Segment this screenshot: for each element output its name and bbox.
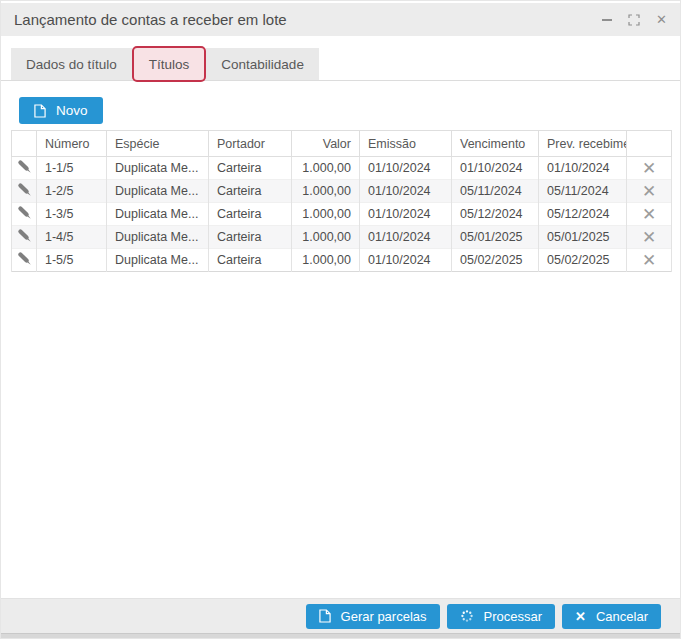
cell-numero: 1-4/5: [37, 226, 107, 249]
cell-especie: Duplicata Me...: [107, 203, 209, 226]
table-row: 1-1/5 Duplicata Me... Carteira 1.000,00 …: [12, 157, 672, 180]
cell-vencimento: 05/12/2024: [452, 203, 539, 226]
cell-valor: 1.000,00: [292, 203, 360, 226]
edit-pencil-icon[interactable]: [17, 228, 32, 246]
minimize-icon[interactable]: [602, 19, 612, 21]
cell-prev-recebimento: 05/11/2024: [539, 180, 627, 203]
table-row: 1-2/5 Duplicata Me... Carteira 1.000,00 …: [12, 180, 672, 203]
cancel-x-icon: ✕: [575, 610, 586, 623]
table-header-row: Número Espécie Portador Valor Emissão Ve…: [12, 131, 672, 157]
edit-pencil-icon[interactable]: [17, 159, 32, 177]
column-numero: Número: [37, 131, 107, 157]
column-prev-recebimento: Prev. recebimen: [539, 131, 627, 157]
cell-especie: Duplicata Me...: [107, 226, 209, 249]
cell-valor: 1.000,00: [292, 226, 360, 249]
tab-content-titulos: Novo Número Espécie Portador Valor Emiss…: [1, 81, 680, 598]
edit-pencil-icon[interactable]: [17, 182, 32, 200]
tab-titulos[interactable]: Títulos: [132, 46, 207, 82]
new-document-icon: [34, 104, 46, 118]
table-row: 1-3/5 Duplicata Me... Carteira 1.000,00 …: [12, 203, 672, 226]
dialog-title: Lançamento de contas a receber em lote: [14, 11, 602, 28]
edit-pencil-icon[interactable]: [17, 251, 32, 269]
cell-valor: 1.000,00: [292, 180, 360, 203]
cell-vencimento: 05/02/2025: [452, 249, 539, 272]
tab-dados-do-titulo[interactable]: Dados do título: [11, 48, 132, 80]
column-edit: [12, 131, 37, 157]
cell-emissao: 01/10/2024: [360, 180, 452, 203]
cell-prev-recebimento: 05/12/2024: [539, 203, 627, 226]
cell-valor: 1.000,00: [292, 157, 360, 180]
edit-pencil-icon[interactable]: [17, 205, 32, 223]
cell-numero: 1-2/5: [37, 180, 107, 203]
cell-emissao: 01/10/2024: [360, 157, 452, 180]
cell-vencimento: 05/01/2025: [452, 226, 539, 249]
cell-emissao: 01/10/2024: [360, 203, 452, 226]
cell-portador: Carteira: [209, 249, 292, 272]
delete-row-icon[interactable]: ✕: [642, 252, 656, 269]
cell-portador: Carteira: [209, 226, 292, 249]
cell-vencimento: 05/11/2024: [452, 180, 539, 203]
cell-portador: Carteira: [209, 203, 292, 226]
column-valor: Valor: [292, 131, 360, 157]
cell-numero: 1-5/5: [37, 249, 107, 272]
column-delete: [627, 131, 672, 157]
delete-row-icon[interactable]: ✕: [642, 206, 656, 223]
cell-especie: Duplicata Me...: [107, 249, 209, 272]
cancelar-label: Cancelar: [596, 610, 648, 623]
delete-row-icon[interactable]: ✕: [642, 160, 656, 177]
maximize-icon[interactable]: [628, 14, 640, 26]
table-row: 1-5/5 Duplicata Me... Carteira 1.000,00 …: [12, 249, 672, 272]
column-vencimento: Vencimento: [452, 131, 539, 157]
column-portador: Portador: [209, 131, 292, 157]
dialog-window: Lançamento de contas a receber em lote ✕…: [0, 0, 681, 639]
window-controls: ✕: [602, 13, 667, 26]
column-especie: Espécie: [107, 131, 209, 157]
novo-button[interactable]: Novo: [19, 97, 103, 124]
tab-contabilidade[interactable]: Contabilidade: [206, 48, 319, 80]
cell-especie: Duplicata Me...: [107, 157, 209, 180]
cell-especie: Duplicata Me...: [107, 180, 209, 203]
gerar-parcelas-button[interactable]: Gerar parcelas: [306, 604, 440, 629]
close-icon[interactable]: ✕: [656, 13, 667, 26]
generate-document-icon: [319, 609, 331, 623]
tab-bar: Dados do título Títulos Contabilidade: [1, 48, 680, 81]
window-bottom-edge: [1, 633, 680, 638]
novo-button-label: Novo: [56, 104, 88, 118]
titles-table: Número Espécie Portador Valor Emissão Ve…: [11, 130, 672, 272]
table-row: 1-4/5 Duplicata Me... Carteira 1.000,00 …: [12, 226, 672, 249]
cell-vencimento: 01/10/2024: [452, 157, 539, 180]
cell-valor: 1.000,00: [292, 249, 360, 272]
column-emissao: Emissão: [360, 131, 452, 157]
cell-numero: 1-3/5: [37, 203, 107, 226]
titlebar: Lançamento de contas a receber em lote ✕: [1, 3, 680, 36]
cell-emissao: 01/10/2024: [360, 226, 452, 249]
processar-button[interactable]: Processar: [447, 604, 556, 629]
processar-label: Processar: [484, 610, 543, 623]
delete-row-icon[interactable]: ✕: [642, 229, 656, 246]
cell-portador: Carteira: [209, 180, 292, 203]
cancelar-button[interactable]: ✕ Cancelar: [562, 604, 661, 629]
cell-prev-recebimento: 05/02/2025: [539, 249, 627, 272]
cell-emissao: 01/10/2024: [360, 249, 452, 272]
cell-numero: 1-1/5: [37, 157, 107, 180]
cell-portador: Carteira: [209, 157, 292, 180]
cell-prev-recebimento: 05/01/2025: [539, 226, 627, 249]
footer-bar: Gerar parcelas Processar ✕ Cancelar: [1, 598, 680, 633]
process-spinner-icon: [460, 609, 474, 623]
gerar-parcelas-label: Gerar parcelas: [341, 610, 427, 623]
delete-row-icon[interactable]: ✕: [642, 183, 656, 200]
cell-prev-recebimento: 01/10/2024: [539, 157, 627, 180]
